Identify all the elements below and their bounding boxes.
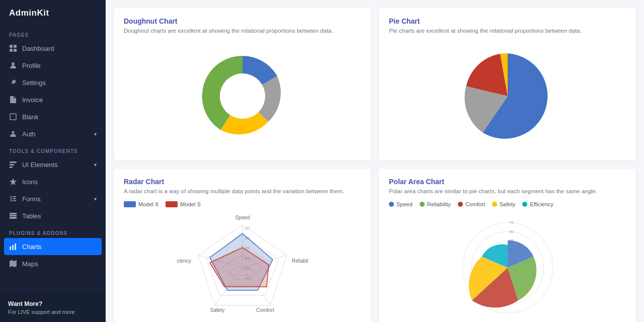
sidebar-item-blank[interactable]: Blank — [0, 108, 106, 125]
section-label-tools: Tools & Components — [0, 142, 106, 156]
legend-item-model-s: Model S — [166, 201, 200, 207]
doughnut-chart-title: Doughnut Chart — [124, 17, 361, 25]
brand-logo: AdminKit — [0, 0, 106, 26]
file-icon — [9, 96, 17, 104]
svg-text:Comfort: Comfort — [256, 307, 274, 313]
svg-text:70: 70 — [509, 220, 514, 225]
map-icon — [9, 260, 17, 268]
doughnut-svg — [192, 46, 293, 146]
polar-legend: Speed Reliability Comfort Safety Efficie… — [389, 201, 626, 207]
chevron-down-icon: ▾ — [94, 196, 97, 202]
svg-point-15 — [11, 200, 12, 202]
sidebar-item-label: Icons — [22, 178, 38, 186]
legend-label-speed: Speed — [396, 201, 413, 207]
sidebar-item-forms[interactable]: Forms ▾ — [0, 190, 106, 207]
radar-legend: Model X Model S — [124, 201, 361, 207]
doughnut-chart-card: Doughnut Chart Doughnut charts are excel… — [114, 8, 371, 160]
legend-dot-speed — [389, 202, 394, 207]
svg-rect-14 — [13, 198, 16, 199]
table-icon — [9, 212, 17, 220]
sidebar-item-tables[interactable]: Tables — [0, 207, 106, 224]
sidebar-item-label: Forms — [22, 195, 41, 203]
legend-label-efficiency: Efficiency — [530, 201, 553, 207]
svg-marker-10 — [10, 178, 17, 185]
dashboard-icon — [9, 44, 17, 52]
legend-label-reliability: Reliability — [427, 201, 451, 207]
svg-text:Efficiency: Efficiency — [177, 258, 191, 264]
pie-chart-title: Pie Chart — [389, 17, 626, 25]
pie-chart-area — [389, 41, 626, 151]
svg-text:60: 60 — [509, 229, 514, 234]
doughnut-chart-desc: Doughnut charts are excellent at showing… — [124, 27, 361, 35]
svg-point-6 — [12, 131, 15, 134]
chevron-down-icon: ▾ — [94, 162, 97, 168]
svg-rect-8 — [10, 164, 14, 166]
sidebar-item-label: Tables — [22, 212, 41, 220]
sidebar-item-label: Auth — [22, 130, 36, 138]
svg-rect-5 — [10, 114, 16, 120]
radar-chart-card: Radar Chart A radar chart is a way of sh… — [114, 169, 371, 322]
legend-item-safety: Safety — [492, 201, 515, 207]
svg-point-11 — [11, 196, 12, 198]
legend-item-comfort: Comfort — [458, 201, 485, 207]
sidebar-item-label: Profile — [22, 62, 41, 69]
svg-point-13 — [11, 198, 12, 200]
want-more-title: Want More? — [8, 300, 98, 307]
sidebar-item-invoice[interactable]: Invoice — [0, 91, 106, 108]
sidebar-item-label: Dashboard — [22, 45, 54, 52]
legend-dot-model-s — [166, 201, 178, 207]
legend-dot-reliability — [420, 202, 425, 207]
bar-chart-icon — [9, 243, 17, 251]
section-label-pages: Pages — [0, 26, 106, 40]
legend-dot-model-x — [124, 201, 136, 207]
radar-chart-title: Radar Chart — [124, 178, 361, 186]
sidebar-item-label: Blank — [22, 113, 39, 121]
support-text: For LIVE support and more — [8, 309, 98, 315]
sidebar-item-icons[interactable]: Icons — [0, 173, 106, 190]
legend-item-model-x: Model X — [124, 201, 158, 207]
svg-rect-18 — [12, 245, 14, 250]
sidebar-item-maps[interactable]: Maps — [0, 255, 106, 272]
svg-rect-0 — [10, 45, 13, 48]
sidebar-item-profile[interactable]: Profile — [0, 57, 106, 74]
sidebar-item-auth[interactable]: Auth ▾ — [0, 125, 106, 142]
legend-label-safety: Safety — [500, 201, 515, 207]
svg-point-4 — [12, 62, 15, 65]
pie-svg — [457, 46, 558, 146]
star-icon — [9, 178, 17, 186]
sidebar: AdminKit Pages Dashboard Profile Setting… — [0, 0, 106, 322]
sidebar-item-dashboard[interactable]: Dashboard — [0, 40, 106, 57]
radar-chart-area: Speed Reliability Comfort Safety Efficie… — [124, 212, 361, 318]
forms-icon — [9, 195, 17, 203]
legend-label-comfort: Comfort — [465, 201, 485, 207]
person-icon — [9, 61, 17, 69]
sidebar-item-label: Invoice — [22, 96, 43, 104]
svg-rect-2 — [10, 49, 13, 52]
svg-rect-1 — [14, 45, 17, 48]
gear-icon — [9, 78, 17, 87]
sidebar-item-label: Settings — [22, 79, 46, 87]
pie-chart-desc: Pie charts are excellent at showing the … — [389, 27, 626, 35]
legend-dot-safety — [492, 202, 497, 207]
polar-chart-desc: Polar area charts are similar to pie cha… — [389, 187, 626, 195]
polar-chart-card: Polar Area Chart Polar area charts are s… — [379, 169, 636, 322]
ui-icon — [9, 160, 17, 169]
doughnut-chart-area — [124, 41, 361, 151]
sidebar-item-ui-elements[interactable]: UI Elements ▾ — [0, 156, 106, 173]
sidebar-item-label: Maps — [22, 260, 38, 268]
radar-svg: Speed Reliability Comfort Safety Efficie… — [177, 212, 308, 318]
sidebar-item-label: Charts — [22, 243, 41, 251]
lock-icon — [9, 130, 17, 138]
legend-dot-comfort — [458, 202, 463, 207]
legend-item-speed: Speed — [389, 201, 413, 207]
sidebar-item-charts[interactable]: Charts — [4, 238, 102, 255]
legend-label-model-x: Model X — [138, 201, 158, 207]
sidebar-item-settings[interactable]: Settings — [0, 74, 106, 91]
square-icon — [9, 113, 17, 121]
legend-label-model-s: Model S — [180, 201, 200, 207]
svg-text:Speed: Speed — [235, 215, 250, 220]
sidebar-item-label: UI Elements — [22, 161, 58, 169]
polar-chart-title: Polar Area Chart — [389, 178, 626, 186]
polar-svg: 70 60 50 40 3 — [452, 212, 563, 318]
svg-rect-3 — [14, 49, 17, 52]
